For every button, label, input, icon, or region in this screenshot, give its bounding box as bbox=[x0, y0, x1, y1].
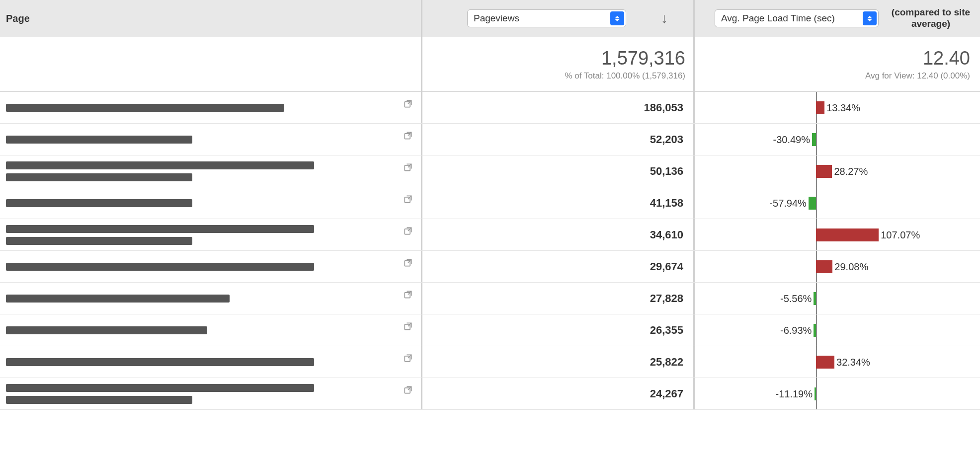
redacted-text bbox=[6, 295, 230, 303]
summary-comparison-cell: 12.40 Avg for View: 12.40 (0.00%) bbox=[695, 37, 980, 91]
open-external-icon[interactable] bbox=[403, 131, 413, 141]
comparison-pct: -6.93% bbox=[780, 324, 812, 336]
comparison-pct: -11.19% bbox=[776, 388, 813, 399]
comparison-cell: 107.07% bbox=[695, 219, 980, 250]
comparison-pct: -57.94% bbox=[769, 197, 807, 209]
page-link[interactable] bbox=[6, 225, 415, 245]
page-link[interactable] bbox=[6, 104, 415, 112]
pageviews-value: 26,355 bbox=[422, 314, 695, 346]
table-row: 27,828-5.56% bbox=[0, 283, 980, 314]
open-external-icon[interactable] bbox=[403, 321, 413, 331]
open-external-icon[interactable] bbox=[403, 162, 413, 172]
open-external-icon[interactable] bbox=[403, 99, 413, 109]
page-cell bbox=[0, 346, 422, 378]
comparison-pct: 28.27% bbox=[834, 165, 868, 177]
pageviews-subtext: % of Total: 100.00% (1,579,316) bbox=[565, 71, 685, 81]
bar-negative bbox=[814, 292, 816, 305]
page-cell bbox=[0, 378, 422, 409]
open-external-icon[interactable] bbox=[403, 353, 413, 363]
bar-positive bbox=[816, 356, 834, 369]
pageviews-value: 34,610 bbox=[422, 219, 695, 250]
page-link[interactable] bbox=[6, 384, 415, 404]
comparison-subtext: Avg for View: 12.40 (0.00%) bbox=[865, 71, 970, 81]
comparison-pct: -5.56% bbox=[780, 293, 812, 304]
axis-line bbox=[816, 283, 817, 314]
open-external-icon[interactable] bbox=[403, 290, 413, 300]
open-external-icon[interactable] bbox=[403, 258, 413, 268]
column-header-comparison: Avg. Page Load Time (sec) (compared to s… bbox=[695, 0, 980, 37]
open-external-icon[interactable] bbox=[403, 226, 413, 236]
pageviews-value: 186,053 bbox=[422, 92, 695, 123]
table-row: 50,13628.27% bbox=[0, 155, 980, 187]
bar-track: -11.19% bbox=[695, 378, 980, 409]
pageviews-value: 25,822 bbox=[422, 346, 695, 378]
redacted-text bbox=[6, 173, 192, 181]
pageviews-value: 27,828 bbox=[422, 283, 695, 314]
page-link[interactable] bbox=[6, 199, 415, 207]
table-row: 29,67429.08% bbox=[0, 251, 980, 283]
bar-track: 107.07% bbox=[695, 219, 980, 250]
column-header-pageviews: Pageviews ↓ bbox=[422, 0, 695, 37]
redacted-text bbox=[6, 199, 192, 207]
bar-positive bbox=[816, 101, 824, 114]
bar-track: 29.08% bbox=[695, 251, 980, 282]
sort-descending-icon[interactable]: ↓ bbox=[661, 10, 668, 26]
pageviews-value: 50,136 bbox=[422, 155, 695, 187]
comparison-pct: 13.34% bbox=[826, 102, 860, 113]
comparison-cell: -11.19% bbox=[695, 378, 980, 409]
comparison-total: 12.40 bbox=[923, 48, 970, 69]
select-arrows-icon bbox=[863, 11, 877, 25]
table-row: 25,82232.34% bbox=[0, 346, 980, 378]
summary-pageviews-cell: 1,579,316 % of Total: 100.00% (1,579,316… bbox=[422, 37, 695, 91]
pageviews-total: 1,579,316 bbox=[601, 48, 685, 69]
column-header-page: Page bbox=[0, 0, 422, 37]
page-cell bbox=[0, 251, 422, 282]
comparison-pct: -30.49% bbox=[773, 134, 811, 145]
page-cell bbox=[0, 92, 422, 123]
axis-line bbox=[816, 187, 817, 219]
redacted-text bbox=[6, 161, 314, 169]
bar-track: 13.34% bbox=[695, 92, 980, 123]
open-external-icon[interactable] bbox=[403, 385, 413, 395]
pageviews-value: 29,674 bbox=[422, 251, 695, 282]
redacted-text bbox=[6, 384, 314, 392]
table-row: 52,203-30.49% bbox=[0, 124, 980, 155]
summary-row: 1,579,316 % of Total: 100.00% (1,579,316… bbox=[0, 37, 980, 92]
comparison-cell: 13.34% bbox=[695, 92, 980, 123]
bar-negative bbox=[814, 324, 816, 337]
bar-track: 28.27% bbox=[695, 155, 980, 187]
comparison-pct: 107.07% bbox=[881, 229, 920, 240]
page-cell bbox=[0, 187, 422, 219]
page-link[interactable] bbox=[6, 358, 415, 366]
redacted-text bbox=[6, 396, 192, 404]
bar-track: -57.94% bbox=[695, 187, 980, 219]
redacted-text bbox=[6, 104, 284, 112]
page-cell bbox=[0, 314, 422, 346]
bar-track: -30.49% bbox=[695, 124, 980, 155]
pageviews-select[interactable]: Pageviews bbox=[467, 9, 626, 27]
page-link[interactable] bbox=[6, 136, 415, 144]
page-cell bbox=[0, 283, 422, 314]
bar-negative bbox=[815, 387, 816, 400]
page-link[interactable] bbox=[6, 161, 415, 181]
axis-line bbox=[816, 124, 817, 155]
redacted-text bbox=[6, 225, 314, 233]
summary-page-cell bbox=[0, 37, 422, 91]
data-rows: 186,05313.34%52,203-30.49%50,13628.27%41… bbox=[0, 92, 980, 410]
open-external-icon[interactable] bbox=[403, 194, 413, 204]
page-cell bbox=[0, 219, 422, 250]
bar-positive bbox=[816, 228, 879, 241]
bar-positive bbox=[816, 165, 832, 178]
table-row: 26,355-6.93% bbox=[0, 314, 980, 346]
comparison-cell: -5.56% bbox=[695, 283, 980, 314]
comparison-select[interactable]: Avg. Page Load Time (sec) bbox=[715, 9, 879, 27]
page-link[interactable] bbox=[6, 295, 415, 303]
bar-track: -5.56% bbox=[695, 283, 980, 314]
table-row: 34,610107.07% bbox=[0, 219, 980, 251]
bar-positive bbox=[816, 260, 832, 273]
bar-negative bbox=[809, 197, 816, 210]
comparison-pct: 29.08% bbox=[834, 261, 868, 272]
page-link[interactable] bbox=[6, 326, 415, 334]
select-arrows-icon bbox=[610, 11, 624, 25]
page-link[interactable] bbox=[6, 263, 415, 271]
